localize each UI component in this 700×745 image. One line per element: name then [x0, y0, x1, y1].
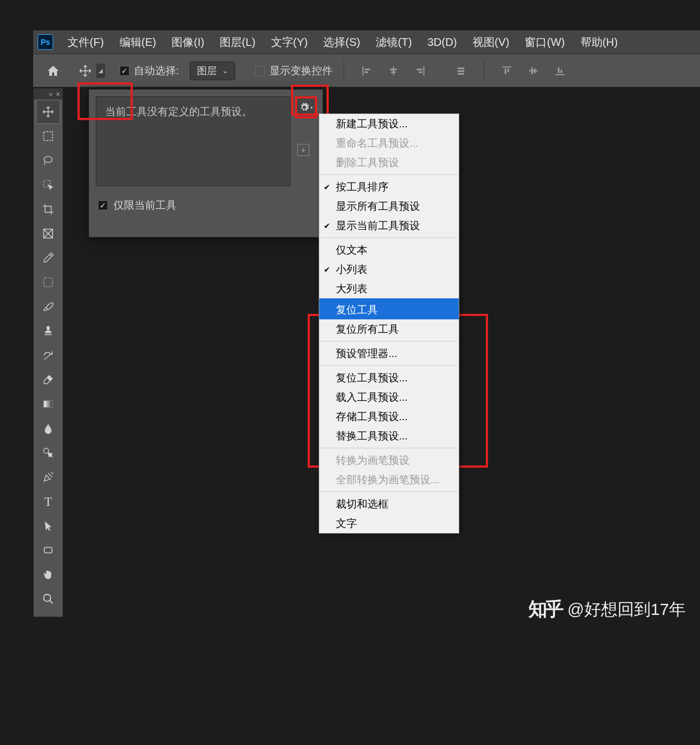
move-tool-icon[interactable] — [76, 62, 94, 80]
path-select-tool[interactable] — [36, 514, 60, 538]
context-menu-item[interactable]: 载入工具预设... — [319, 387, 459, 407]
menu-separator — [320, 174, 458, 175]
menu-item[interactable]: 窗口(W) — [517, 30, 572, 54]
menu-separator — [320, 492, 458, 492]
context-menu-item[interactable]: 显示当前工具预设 — [319, 216, 459, 235]
menu-item[interactable]: 视图(V) — [465, 30, 517, 54]
toolbar: » × T — [33, 88, 63, 617]
menu-item[interactable]: 3D(D) — [419, 30, 464, 54]
context-menu-item[interactable]: 仅文本 — [319, 240, 459, 260]
marquee-tool[interactable] — [36, 124, 60, 148]
menu-item[interactable]: 帮助(H) — [573, 30, 626, 54]
menu-item[interactable]: 文件(F) — [60, 30, 112, 54]
show-transform-checkbox[interactable]: 显示变换控件 — [255, 64, 333, 78]
svg-rect-6 — [423, 66, 424, 75]
rectangle-tool[interactable] — [36, 538, 60, 562]
only-current-label: 仅限当前工具 — [113, 198, 177, 213]
menu-item[interactable]: 文字(Y) — [263, 30, 316, 54]
menu-separator — [320, 341, 458, 342]
svg-rect-12 — [502, 66, 511, 68]
context-menu-item[interactable]: 大列表 — [319, 279, 459, 298]
menu-item[interactable]: 图层(L) — [212, 30, 263, 54]
menu-item[interactable]: 滤镜(T) — [368, 30, 420, 54]
add-preset-button[interactable]: + — [297, 144, 309, 156]
menu-item[interactable]: 图像(I) — [164, 30, 212, 54]
close-icon[interactable]: × — [56, 90, 60, 99]
context-menu-item[interactable]: 替换工具预设... — [319, 426, 459, 446]
context-menu-item: 删除工具预设 — [319, 153, 459, 172]
menu-separator — [320, 365, 458, 366]
svg-rect-20 — [561, 70, 562, 73]
context-menu-item[interactable]: 按工具排序 — [319, 177, 459, 196]
svg-rect-21 — [44, 132, 53, 141]
pen-tool[interactable] — [36, 465, 60, 489]
svg-rect-9 — [458, 68, 464, 69]
svg-rect-13 — [505, 69, 506, 74]
svg-rect-2 — [365, 71, 368, 73]
collapse-icon[interactable]: » — [49, 90, 53, 98]
menubar: Ps 文件(F)编辑(E)图像(I)图层(L)文字(Y)选择(S)滤镜(T)3D… — [33, 30, 700, 54]
healing-tool[interactable] — [36, 270, 60, 294]
chevron-down-icon: ⌄ — [222, 67, 228, 75]
context-menu-item[interactable]: 预设管理器... — [319, 344, 459, 363]
align-stacked-icon[interactable] — [454, 64, 468, 78]
blur-tool[interactable] — [36, 416, 60, 441]
svg-rect-8 — [419, 71, 422, 73]
layer-select[interactable]: 图层 ⌄ — [190, 61, 235, 80]
context-menu-item[interactable]: 复位工具 — [319, 300, 459, 319]
home-button[interactable] — [43, 61, 63, 81]
align-right-icon[interactable] — [413, 64, 427, 78]
align-left-icon[interactable] — [360, 64, 374, 78]
align-bottom-icon[interactable] — [553, 64, 567, 78]
context-menu-item[interactable]: 显示所有工具预设 — [319, 196, 459, 216]
context-menu-item[interactable]: 新建工具预设... — [319, 114, 459, 133]
svg-rect-16 — [531, 68, 533, 74]
align-hcenter-icon[interactable] — [386, 64, 401, 78]
menu-separator — [320, 237, 458, 238]
move-tool[interactable] — [36, 100, 60, 124]
checkbox-icon[interactable]: ✓ — [98, 200, 108, 210]
align-top-icon[interactable] — [500, 64, 514, 78]
gradient-tool[interactable] — [36, 392, 60, 416]
auto-select-checkbox[interactable]: ✓ 自动选择: — [120, 64, 179, 78]
stamp-tool[interactable] — [36, 319, 60, 343]
auto-select-label: 自动选择: — [134, 64, 179, 78]
toolbar-header: » × — [34, 89, 63, 100]
context-menu-item[interactable]: 复位所有工具 — [319, 319, 459, 339]
brush-tool[interactable] — [36, 294, 60, 319]
tool-preset-dropdown[interactable]: ◢ — [96, 64, 105, 78]
align-vcenter-icon[interactable] — [526, 64, 541, 78]
eyedropper-tool[interactable] — [36, 246, 60, 270]
svg-rect-0 — [362, 66, 364, 75]
crop-tool[interactable] — [36, 197, 60, 221]
frame-tool[interactable] — [36, 221, 60, 246]
divider — [484, 60, 484, 82]
context-menu-item[interactable]: 复位工具预设... — [319, 368, 459, 387]
menu-item[interactable]: 编辑(E) — [112, 30, 164, 54]
dodge-tool[interactable] — [36, 441, 60, 465]
history-brush-tool[interactable] — [36, 343, 60, 368]
quick-select-tool[interactable] — [36, 173, 60, 197]
hand-tool[interactable] — [36, 562, 60, 587]
menu-item[interactable]: 选择(S) — [315, 30, 368, 54]
eraser-tool[interactable] — [36, 368, 60, 392]
lasso-tool[interactable] — [36, 148, 60, 173]
svg-rect-11 — [458, 73, 464, 75]
svg-rect-17 — [534, 69, 536, 73]
context-menu-item[interactable]: 存储工具预设... — [319, 407, 459, 426]
svg-rect-4 — [390, 69, 397, 70]
svg-rect-19 — [558, 68, 559, 73]
svg-rect-26 — [44, 401, 53, 407]
gear-button[interactable]: ▾ — [295, 96, 317, 118]
context-menu-item: 转换为画笔预设 — [319, 451, 459, 470]
type-tool[interactable]: T — [36, 489, 60, 514]
watermark: 知乎 @好想回到17年 — [528, 597, 686, 622]
context-menu-item[interactable]: 小列表 — [319, 260, 459, 279]
zoom-tool[interactable] — [36, 587, 60, 611]
checkbox-icon: ✓ — [120, 66, 129, 76]
context-menu-item[interactable]: 文字 — [319, 514, 459, 533]
app-logo: Ps — [38, 34, 53, 50]
context-menu-item[interactable]: 裁切和选框 — [319, 494, 459, 514]
svg-rect-3 — [393, 66, 394, 75]
watermark-text: @好想回到17年 — [567, 598, 686, 621]
